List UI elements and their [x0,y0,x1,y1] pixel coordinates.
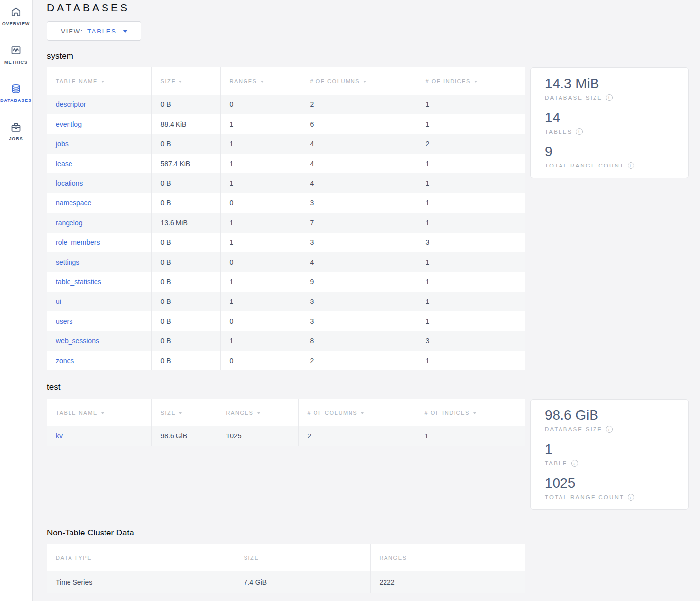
columns-count-cell: 4 [301,173,417,193]
table-name-link[interactable]: ui [56,298,61,305]
info-icon[interactable] [606,94,613,101]
table-name-link[interactable]: web_sessions [56,337,99,345]
size-cell: 0 B [151,292,220,311]
view-dropdown-label: VIEW: [61,28,83,35]
sidebar-item-jobs[interactable]: JOBS [0,121,32,141]
indices-count-cell: 1 [417,252,525,272]
system-table-body: descriptor 0 B 0 2 1 eventlog 88.4 KiB 1… [47,95,525,370]
ranges-cell: 1 [220,213,301,233]
column-header-columns[interactable]: # OF COLUMNS [298,399,416,426]
column-header-indices[interactable]: # OF INDICES [417,67,525,95]
table-name-cell: users [47,311,151,331]
column-header-table-name[interactable]: TABLE NAME [47,399,151,426]
table-name-cell: namespace [47,193,151,213]
range-count-stat: 9 TOTAL RANGE COUNT [545,143,679,169]
sidebar-item-databases[interactable]: DATABASES [0,83,32,103]
table-name-link[interactable]: users [56,317,72,325]
table-row: table_statistics 0 B 1 9 1 [47,272,525,292]
indices-count-cell: 1 [417,311,525,331]
info-icon[interactable] [628,494,634,501]
info-icon[interactable] [576,128,583,135]
table-name-link[interactable]: table_statistics [56,278,101,286]
column-header-ranges[interactable]: RANGES [370,544,525,571]
data-type-cell: Time Series [47,571,235,593]
stat-value: 9 [545,143,679,161]
stat-value: 14 [545,109,679,127]
table-name-cell: kv [47,426,151,446]
table-row: descriptor 0 B 0 2 1 [47,95,525,114]
column-header-size[interactable]: SIZE [235,544,370,571]
view-dropdown-value: TABLES [87,28,117,35]
size-cell: 0 B [151,311,220,331]
table-row: rangelog 13.6 MiB 1 7 1 [47,213,525,233]
indices-count-cell: 1 [416,426,525,446]
column-header-indices[interactable]: # OF INDICES [416,399,525,426]
table-row: namespace 0 B 0 3 1 [47,193,525,213]
table-name-link[interactable]: zones [56,357,74,365]
database-size-stat: 98.6 GiB DATABASE SIZE [545,406,679,433]
test-section: TABLE NAME SIZE RANGES # OF COLUMNS # OF… [47,399,689,510]
column-header-size[interactable]: SIZE [151,399,217,426]
info-icon[interactable] [628,162,634,169]
table-name-cell: ui [47,292,151,311]
non-table-data-table: DATA TYPE SIZE RANGES Time Series 7.4 Gi… [47,544,525,593]
info-icon[interactable] [571,460,578,467]
table-name-cell: locations [47,173,151,193]
database-icon [10,83,22,95]
size-cell: 0 B [151,252,220,272]
sort-arrow-icon [257,412,260,414]
table-name-link[interactable]: namespace [56,199,91,207]
columns-count-cell: 8 [301,331,417,351]
system-summary-card: 14.3 MiB DATABASE SIZE 14 TABLES 9 TOTAL… [530,67,689,178]
table-row: zones 0 B 0 2 1 [47,351,525,370]
sidebar-item-overview[interactable]: OVERVIEW [0,6,32,26]
columns-count-cell: 2 [301,351,417,370]
ranges-cell: 1025 [217,426,298,446]
size-cell: 587.4 KiB [151,154,220,173]
sidebar-item-label: DATABASES [0,98,32,103]
column-header-ranges[interactable]: RANGES [217,399,298,426]
size-cell: 88.4 KiB [151,114,220,134]
column-header-table-name[interactable]: TABLE NAME [47,67,151,95]
sidebar-item-metrics[interactable]: METRICS [0,44,32,65]
table-name-link[interactable]: jobs [56,140,69,148]
table-row: lease 587.4 KiB 1 4 1 [47,154,525,173]
indices-count-cell: 1 [417,114,525,134]
column-header-ranges[interactable]: RANGES [220,67,301,95]
table-name-link[interactable]: kv [56,432,63,440]
home-icon [10,6,22,18]
table-name-link[interactable]: locations [56,179,83,187]
sort-arrow-icon [474,81,477,83]
column-header-size[interactable]: SIZE [151,67,220,95]
table-name-cell: lease [47,154,151,173]
sidebar-item-label: METRICS [4,60,28,65]
column-header-data-type[interactable]: DATA TYPE [47,544,235,571]
sort-arrow-icon [473,412,476,414]
sort-arrow-icon [101,81,104,83]
table-name-link[interactable]: descriptor [56,100,86,108]
table-name-cell: settings [47,252,151,272]
indices-count-cell: 1 [417,292,525,311]
sidebar-item-label: JOBS [9,136,23,141]
indices-count-cell: 2 [417,134,525,154]
indices-count-cell: 1 [417,351,525,370]
size-cell: 0 B [151,173,220,193]
table-name-link[interactable]: rangelog [56,219,83,227]
tables-count-stat: 1 TABLE [545,440,679,467]
table-name-link[interactable]: role_members [56,238,100,246]
info-icon[interactable] [606,426,613,433]
stat-value: 1025 [545,474,679,492]
view-dropdown[interactable]: VIEW: TABLES [47,21,141,41]
columns-count-cell: 2 [301,95,417,114]
table-name-link[interactable]: settings [56,258,79,266]
stat-label: TABLES [545,129,572,134]
columns-count-cell: 3 [301,311,417,331]
table-name-cell: role_members [47,233,151,252]
non-table-body: Time Series 7.4 GiB 2222 [47,571,525,593]
column-header-columns[interactable]: # OF COLUMNS [301,67,417,95]
database-heading-system: system [47,51,689,61]
stat-label: TOTAL RANGE COUNT [545,494,624,500]
chevron-down-icon [123,30,128,33]
table-name-link[interactable]: eventlog [56,120,82,128]
table-name-link[interactable]: lease [56,160,72,167]
